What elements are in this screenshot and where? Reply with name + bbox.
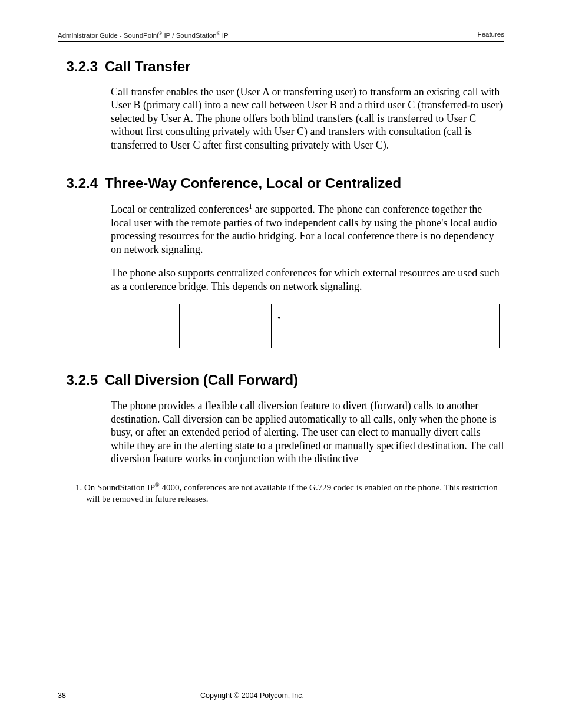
section-heading: 3.2.4 Three-Way Conference, Local or Cen… [52,175,504,192]
table-row: • [111,304,500,328]
copyright: Copyright © 2004 Polycom, Inc. [200,691,504,700]
table-cell: • [272,304,500,328]
section-number: 3.2.5 [52,372,105,388]
table-header-cell [111,304,180,328]
section-323: 3.2.3 Call Transfer Call transfer enable… [58,58,504,152]
paragraph: The phone provides a flexible call diver… [111,399,504,466]
page-header: Administrator Guide - SoundPoint® IP / S… [58,31,504,42]
footnote-separator [75,472,205,472]
section-number: 3.2.4 [52,175,105,192]
paragraph: Local or centralized conferences1 are su… [111,202,504,256]
table-cell [180,338,272,348]
header-text-1: Administrator Guide - SoundPoint [58,32,158,39]
text-run: On SoundStation IP [82,483,155,492]
header-text-3: IP [220,32,229,39]
table-cell [272,328,500,338]
section-title: Call Transfer [105,58,504,75]
section-324: 3.2.4 Three-Way Conference, Local or Cen… [58,175,504,348]
section-heading: 3.2.5 Call Diversion (Call Forward) [52,372,504,388]
section-title: Call Diversion (Call Forward) [105,372,504,388]
table-cell [272,338,500,348]
text-run: Local or centralized conferences [111,203,249,215]
page-footer: 38 Copyright © 2004 Polycom, Inc. [58,691,504,700]
bullet-item: • [277,312,493,323]
section-number: 3.2.3 [52,58,105,75]
table-row [111,328,500,338]
page-number: 38 [58,691,200,700]
table-cell [180,304,272,328]
footnote-number: 1. [75,483,82,492]
registered-mark: ® [155,482,160,488]
header-right: Features [478,31,504,39]
section-heading: 3.2.3 Call Transfer [52,58,504,75]
header-left: Administrator Guide - SoundPoint® IP / S… [58,31,229,39]
table-header-cell [111,328,180,348]
footnote: 1. On SoundStation IP® 4000, conferences… [75,481,504,505]
table-cell [180,328,272,338]
section-325: 3.2.5 Call Diversion (Call Forward) The … [58,372,504,466]
bullet-icon: • [277,312,288,323]
section-title: Three-Way Conference, Local or Centraliz… [105,175,504,192]
paragraph: The phone also supports centralized conf… [111,266,504,293]
header-text-2: IP / SoundStation [162,32,217,39]
config-table: • [111,304,500,348]
paragraph: Call transfer enables the user (User A o… [111,85,504,152]
